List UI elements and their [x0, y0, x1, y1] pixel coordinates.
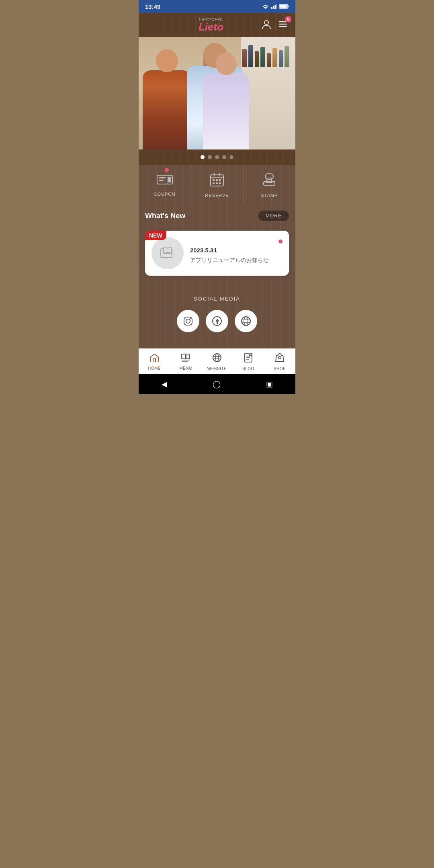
social-title: SOCIAL MEDIA [194, 296, 240, 302]
reserve-label: RESERVE [205, 193, 229, 198]
blog-label: BLOG [242, 366, 254, 371]
news-text: アプリリニューアルのお知らせ [190, 257, 272, 264]
news-content: 2023.5.31 アプリリニューアルのお知らせ [190, 243, 272, 264]
hero-image [139, 37, 295, 149]
svg-point-8 [264, 20, 268, 25]
dot-3[interactable] [215, 155, 219, 159]
menu-badge: N [285, 16, 291, 23]
svg-rect-44 [186, 354, 190, 359]
blog-icon [244, 353, 253, 365]
reserve-icon [210, 172, 224, 190]
shop-nav-item[interactable]: SHOP [264, 349, 295, 374]
svg-rect-1 [271, 7, 272, 9]
coupon-nav-item[interactable]: COUPON [139, 165, 191, 205]
svg-rect-22 [216, 179, 218, 181]
home-label: HOME [148, 366, 161, 371]
news-card[interactable]: NEW 2023.5.31 アプリリニューアルのお知らせ [145, 231, 289, 276]
stamp-label: STAMP [261, 193, 278, 198]
stamp-nav-item[interactable]: STAMP [244, 165, 295, 205]
svg-rect-26 [219, 182, 221, 184]
menu-icon [181, 353, 190, 364]
svg-rect-15 [159, 180, 164, 181]
coupon-label: COUPON [154, 192, 176, 197]
logo: HAIR×CAFE Lieto [161, 17, 261, 33]
news-new-badge: NEW [145, 231, 166, 240]
home-nav-item[interactable]: HOME [139, 349, 170, 374]
status-bar: 13:49 [139, 0, 295, 13]
coupon-badge [165, 168, 169, 172]
svg-point-36 [186, 319, 190, 323]
svg-rect-24 [213, 182, 215, 184]
profile-button[interactable] [261, 18, 272, 31]
social-icons [177, 310, 257, 332]
dot-1[interactable] [201, 155, 205, 159]
dot-2[interactable] [208, 155, 212, 159]
svg-point-40 [244, 317, 248, 326]
blog-nav-item[interactable]: BLOG [233, 349, 264, 374]
android-nav: ◀ ◯ ▣ [139, 374, 295, 394]
news-unread-dot [278, 240, 283, 244]
svg-rect-7 [280, 5, 287, 8]
svg-point-0 [265, 8, 266, 9]
website-label: WEBSITE [207, 366, 227, 371]
battery-icon [279, 4, 289, 9]
stamp-icon [262, 172, 276, 190]
menu-label: MENU [179, 366, 192, 371]
news-date: 2023.5.31 [190, 247, 272, 254]
reserve-nav-item[interactable]: RESERVE [191, 165, 243, 205]
carousel-dots [139, 149, 295, 165]
coupon-icon [157, 174, 173, 188]
back-button[interactable]: ◀ [162, 380, 167, 389]
logo-title: Lieto [199, 21, 223, 33]
website-nav-icon [212, 353, 222, 365]
svg-rect-21 [213, 179, 215, 181]
header-icons: N [261, 18, 289, 31]
wifi-icon [262, 4, 269, 9]
nav-icons-row: COUPON RESERVE [139, 165, 295, 205]
whats-new-title: What's New [145, 212, 185, 220]
instagram-button[interactable] [177, 310, 199, 332]
svg-rect-6 [288, 6, 289, 8]
svg-rect-23 [219, 179, 221, 181]
svg-rect-14 [159, 177, 166, 178]
svg-rect-4 [276, 4, 277, 9]
home-icon [149, 353, 159, 364]
facebook-button[interactable] [206, 310, 228, 332]
svg-rect-16 [168, 177, 171, 182]
signal-icon [271, 4, 277, 9]
svg-point-29 [265, 173, 273, 180]
news-section: NEW 2023.5.31 アプリリニューアルのお知らせ [139, 227, 295, 284]
svg-rect-25 [216, 182, 218, 184]
bottom-nav: HOME MENU WEBSITE [139, 348, 295, 374]
status-icons [262, 4, 289, 9]
time: 13:49 [145, 3, 160, 10]
svg-point-55 [278, 356, 281, 359]
home-hardware-button[interactable]: ◯ [213, 380, 221, 389]
news-thumbnail [151, 237, 184, 269]
svg-point-47 [213, 354, 221, 362]
dot-4[interactable] [222, 155, 226, 159]
header: HAIR×CAFE Lieto N [139, 13, 295, 37]
recents-button[interactable]: ▣ [266, 380, 273, 389]
menu-nav-item[interactable]: MENU [170, 349, 201, 374]
dot-5[interactable] [229, 155, 233, 159]
svg-point-39 [242, 317, 250, 326]
more-button[interactable]: MORE [258, 211, 289, 221]
svg-point-37 [190, 318, 191, 319]
svg-rect-3 [274, 5, 276, 9]
svg-point-48 [215, 354, 219, 362]
shop-label: SHOP [274, 366, 286, 371]
website-nav-item[interactable]: WEBSITE [201, 349, 233, 374]
social-section: SOCIAL MEDIA [139, 284, 295, 348]
svg-rect-43 [182, 354, 185, 359]
whats-new-header: What's New MORE [139, 205, 295, 227]
shop-icon [275, 353, 285, 365]
website-social-button[interactable] [235, 310, 257, 332]
svg-rect-2 [273, 6, 274, 9]
menu-button[interactable]: N [278, 18, 289, 31]
